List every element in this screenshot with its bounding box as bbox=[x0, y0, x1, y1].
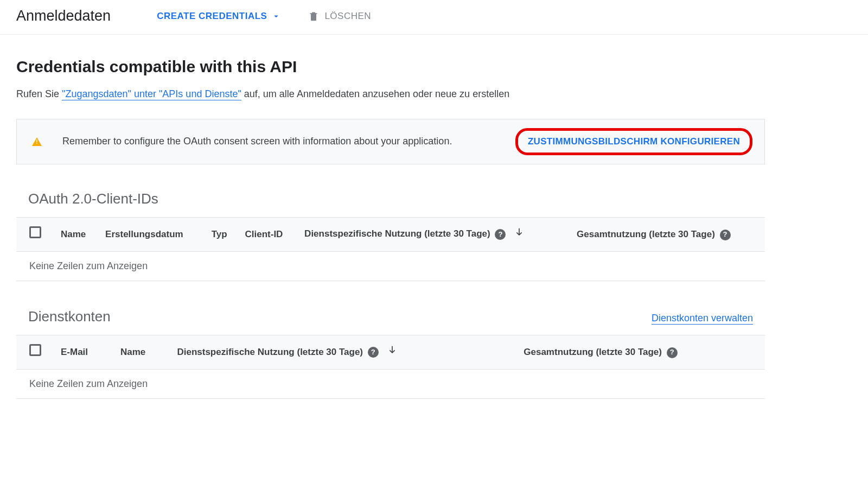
delete-label: LÖSCHEN bbox=[324, 11, 371, 22]
col-type[interactable]: Typ bbox=[205, 217, 239, 251]
service-table: E-Mail Name Dienstspezifische Nutzung (l… bbox=[16, 335, 765, 399]
col-email[interactable]: E-Mail bbox=[54, 335, 114, 369]
help-icon[interactable]: ? bbox=[495, 229, 506, 240]
oauth-table: Name Erstellungsdatum Typ Client-ID Dien… bbox=[16, 217, 765, 281]
consent-banner: Remember to configure the OAuth consent … bbox=[16, 119, 765, 164]
create-credentials-button[interactable]: CREATE CREDENTIALS bbox=[157, 11, 281, 22]
help-icon[interactable]: ? bbox=[368, 347, 379, 358]
empty-row: Keine Zeilen zum Anzeigen bbox=[16, 251, 765, 281]
service-header-row: E-Mail Name Dienstspezifische Nutzung (l… bbox=[16, 335, 765, 369]
arrow-down-icon bbox=[514, 227, 525, 242]
empty-message: Keine Zeilen zum Anzeigen bbox=[16, 369, 765, 398]
section-heading: Credentials compatible with this API bbox=[16, 58, 765, 76]
col-name[interactable]: Name bbox=[54, 217, 99, 251]
warning-icon bbox=[32, 137, 42, 146]
service-heading: Dienstkonten bbox=[28, 308, 111, 325]
section-description: Rufen Sie "Zugangsdaten" unter "APIs und… bbox=[16, 86, 765, 103]
chevron-down-icon bbox=[271, 11, 281, 21]
col-service-usage[interactable]: Dienstspezifische Nutzung (letzte 30 Tag… bbox=[170, 335, 517, 369]
col-created[interactable]: Erstellungsdatum bbox=[99, 217, 205, 251]
top-bar: Anmeldedaten CREATE CREDENTIALS LÖSCHEN bbox=[0, 0, 868, 35]
page-title: Anmeldedaten bbox=[16, 8, 111, 24]
help-icon[interactable]: ? bbox=[667, 347, 678, 358]
trash-icon bbox=[308, 11, 319, 22]
create-credentials-label: CREATE CREDENTIALS bbox=[157, 11, 267, 22]
empty-message: Keine Zeilen zum Anzeigen bbox=[16, 251, 765, 281]
empty-row: Keine Zeilen zum Anzeigen bbox=[16, 369, 765, 398]
desc-pre: Rufen Sie bbox=[16, 88, 62, 99]
arrow-down-icon bbox=[387, 345, 398, 360]
col-name[interactable]: Name bbox=[114, 335, 170, 369]
help-icon[interactable]: ? bbox=[720, 230, 731, 240]
oauth-heading: OAuth 2.0-Client-IDs bbox=[28, 190, 765, 207]
select-all-checkbox[interactable] bbox=[29, 344, 41, 356]
manage-service-accounts-link[interactable]: Dienstkonten verwalten bbox=[652, 313, 753, 325]
desc-post: auf, um alle Anmeldedaten anzusehen oder… bbox=[241, 88, 509, 99]
service-accounts-section: Dienstkonten Dienstkonten verwalten E-Ma… bbox=[16, 308, 765, 399]
col-total-usage-label: Gesamtnutzung (letzte 30 Tage) bbox=[577, 229, 715, 239]
col-total-usage[interactable]: Gesamtnutzung (letzte 30 Tage) ? bbox=[517, 335, 765, 369]
col-client-id[interactable]: Client-ID bbox=[239, 217, 298, 251]
col-service-usage-label: Dienstspezifische Nutzung (letzte 30 Tag… bbox=[177, 347, 363, 357]
col-service-usage-label: Dienstspezifische Nutzung (letzte 30 Tag… bbox=[304, 228, 490, 239]
col-total-usage-label: Gesamtnutzung (letzte 30 Tage) bbox=[524, 347, 662, 357]
oauth-header-row: Name Erstellungsdatum Typ Client-ID Dien… bbox=[16, 217, 765, 251]
col-total-usage[interactable]: Gesamtnutzung (letzte 30 Tage) ? bbox=[570, 217, 765, 251]
credentials-link[interactable]: "Zugangsdaten" unter "APIs und Dienste" bbox=[62, 88, 241, 100]
delete-button[interactable]: LÖSCHEN bbox=[308, 11, 371, 22]
banner-text: Remember to configure the OAuth consent … bbox=[62, 136, 515, 147]
col-service-usage[interactable]: Dienstspezifische Nutzung (letzte 30 Tag… bbox=[298, 217, 570, 251]
oauth-clients-section: OAuth 2.0-Client-IDs Name Erstellungsdat… bbox=[16, 190, 765, 281]
content-area: Credentials compatible with this API Ruf… bbox=[0, 35, 781, 442]
select-all-checkbox[interactable] bbox=[29, 226, 41, 238]
configure-consent-button[interactable]: ZUSTIMMUNGSBILDSCHIRM KONFIGURIEREN bbox=[515, 128, 752, 155]
